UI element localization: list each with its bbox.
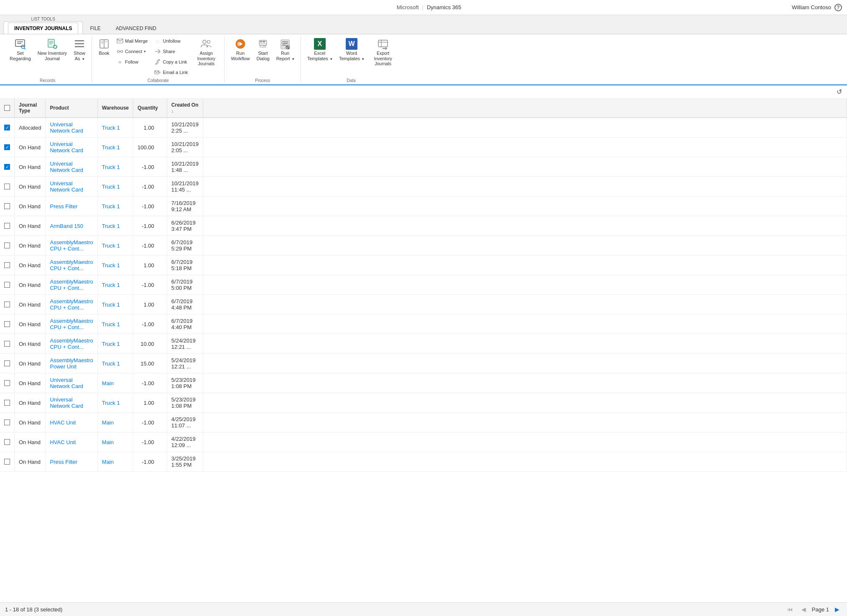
- cell-warehouse-9[interactable]: Truck 1: [97, 295, 133, 314]
- row-checkbox-cell-6[interactable]: [0, 236, 15, 256]
- product-link-11[interactable]: AssemblyMaestro CPU + Cont...: [50, 337, 93, 350]
- cell-warehouse-8[interactable]: Truck 1: [97, 275, 133, 295]
- unfollow-button[interactable]: ☆ Unfollow: [151, 36, 191, 46]
- row-checkbox-cell-4[interactable]: [0, 197, 15, 216]
- warehouse-link-3[interactable]: Truck 1: [102, 184, 120, 190]
- cell-warehouse-14[interactable]: Truck 1: [97, 393, 133, 413]
- product-link-6[interactable]: AssemblyMaestro CPU + Cont...: [50, 239, 93, 252]
- row-checkbox-3[interactable]: [4, 184, 10, 189]
- row-checkbox-cell-16[interactable]: [0, 432, 15, 452]
- cell-product-4[interactable]: Press Filter: [46, 197, 97, 216]
- warehouse-link-12[interactable]: Truck 1: [102, 360, 120, 367]
- email-a-link-button[interactable]: Email a Link: [151, 67, 191, 77]
- row-checkbox-cell-12[interactable]: [0, 354, 15, 373]
- product-link-16[interactable]: HVAC Unit: [50, 439, 76, 445]
- warehouse-link-16[interactable]: Main: [102, 439, 114, 445]
- cell-warehouse-11[interactable]: Truck 1: [97, 334, 133, 354]
- row-checkbox-cell-5[interactable]: [0, 216, 15, 236]
- header-warehouse[interactable]: Warehouse: [97, 99, 133, 118]
- tab-advanced-find[interactable]: ADVANCED FIND: [110, 23, 163, 34]
- row-checkbox-0[interactable]: ✓: [4, 125, 10, 130]
- warehouse-link-17[interactable]: Main: [102, 459, 114, 465]
- row-checkbox-cell-17[interactable]: [0, 452, 15, 472]
- cell-product-3[interactable]: Universal Network Card: [46, 177, 97, 197]
- set-regarding-button[interactable]: Set Regarding: [7, 36, 34, 64]
- cell-product-1[interactable]: Universal Network Card: [46, 138, 97, 157]
- row-checkbox-cell-13[interactable]: [0, 373, 15, 393]
- product-link-14[interactable]: Universal Network Card: [50, 396, 83, 409]
- cell-warehouse-0[interactable]: Truck 1: [97, 118, 133, 138]
- product-link-4[interactable]: Press Filter: [50, 203, 77, 210]
- row-checkbox-17[interactable]: [4, 459, 10, 465]
- warehouse-link-6[interactable]: Truck 1: [102, 243, 120, 249]
- row-checkbox-cell-11[interactable]: [0, 334, 15, 354]
- cell-product-13[interactable]: Universal Network Card: [46, 373, 97, 393]
- product-link-13[interactable]: Universal Network Card: [50, 377, 83, 389]
- cell-warehouse-5[interactable]: Truck 1: [97, 216, 133, 236]
- row-checkbox-5[interactable]: [4, 223, 10, 229]
- product-link-17[interactable]: Press Filter: [50, 459, 77, 465]
- cell-product-9[interactable]: AssemblyMaestro CPU + Cont...: [46, 295, 97, 314]
- cell-warehouse-4[interactable]: Truck 1: [97, 197, 133, 216]
- row-checkbox-cell-8[interactable]: [0, 275, 15, 295]
- first-page-button[interactable]: ⏮: [785, 605, 796, 613]
- row-checkbox-cell-7[interactable]: [0, 256, 15, 275]
- row-checkbox-cell-9[interactable]: [0, 295, 15, 314]
- prev-page-button[interactable]: ◀: [799, 605, 809, 613]
- cell-warehouse-12[interactable]: Truck 1: [97, 354, 133, 373]
- word-templates-button[interactable]: W WordTemplates ▾: [336, 36, 367, 64]
- product-link-5[interactable]: ArmBand 150: [50, 223, 83, 229]
- copy-a-link-button[interactable]: Copy a Link: [151, 57, 191, 67]
- row-checkbox-cell-15[interactable]: [0, 413, 15, 432]
- mail-merge-button[interactable]: Mail Merge: [114, 36, 151, 46]
- cell-product-7[interactable]: AssemblyMaestro CPU + Cont...: [46, 256, 97, 275]
- row-checkbox-1[interactable]: ✓: [4, 144, 10, 150]
- tab-inventory-journals[interactable]: INVENTORY JOURNALS: [8, 23, 78, 34]
- product-link-1[interactable]: Universal Network Card: [50, 141, 83, 153]
- product-link-7[interactable]: AssemblyMaestro CPU + Cont...: [50, 259, 93, 271]
- new-inventory-journal-button[interactable]: New Inventory Journal: [35, 36, 70, 64]
- cell-product-12[interactable]: AssemblyMaestro Power Unit: [46, 354, 97, 373]
- warehouse-link-11[interactable]: Truck 1: [102, 341, 120, 347]
- tab-file[interactable]: FILE: [84, 23, 107, 34]
- cell-warehouse-10[interactable]: Truck 1: [97, 314, 133, 334]
- excel-templates-button[interactable]: X ExcelTemplates ▾: [304, 36, 335, 64]
- product-link-2[interactable]: Universal Network Card: [50, 161, 83, 173]
- cell-product-17[interactable]: Press Filter: [46, 452, 97, 472]
- row-checkbox-16[interactable]: [4, 439, 10, 445]
- cell-product-8[interactable]: AssemblyMaestro CPU + Cont...: [46, 275, 97, 295]
- cell-warehouse-3[interactable]: Truck 1: [97, 177, 133, 197]
- header-created-on[interactable]: Created On: [167, 99, 203, 118]
- cell-product-5[interactable]: ArmBand 150: [46, 216, 97, 236]
- show-as-button[interactable]: ShowAs ▾: [71, 36, 88, 64]
- warehouse-link-14[interactable]: Truck 1: [102, 400, 120, 406]
- row-checkbox-12[interactable]: [4, 360, 10, 366]
- warehouse-link-4[interactable]: Truck 1: [102, 203, 120, 210]
- header-checkbox-cell[interactable]: [0, 99, 15, 118]
- cell-product-11[interactable]: AssemblyMaestro CPU + Cont...: [46, 334, 97, 354]
- user-name[interactable]: William Contoso: [792, 4, 831, 10]
- next-page-button[interactable]: ▶: [832, 605, 842, 613]
- cell-warehouse-17[interactable]: Main: [97, 452, 133, 472]
- product-link-9[interactable]: AssemblyMaestro CPU + Cont...: [50, 298, 93, 311]
- export-inventory-journals-button[interactable]: Export Inventory Journals: [368, 36, 398, 69]
- cell-product-2[interactable]: Universal Network Card: [46, 157, 97, 177]
- row-checkbox-cell-2[interactable]: ✓: [0, 157, 15, 177]
- warehouse-link-2[interactable]: Truck 1: [102, 164, 120, 170]
- row-checkbox-13[interactable]: [4, 380, 10, 386]
- row-checkbox-8[interactable]: [4, 282, 10, 288]
- row-checkbox-cell-14[interactable]: [0, 393, 15, 413]
- row-checkbox-6[interactable]: [4, 243, 10, 248]
- select-all-checkbox[interactable]: [4, 105, 10, 111]
- run-workflow-button[interactable]: Run Workflow: [228, 36, 253, 64]
- cell-product-16[interactable]: HVAC Unit: [46, 432, 97, 452]
- cell-warehouse-16[interactable]: Main: [97, 432, 133, 452]
- row-checkbox-2[interactable]: ✓: [4, 164, 10, 170]
- cell-warehouse-15[interactable]: Main: [97, 413, 133, 432]
- row-checkbox-11[interactable]: [4, 341, 10, 347]
- cell-product-14[interactable]: Universal Network Card: [46, 393, 97, 413]
- cell-product-10[interactable]: AssemblyMaestro CPU + Cont...: [46, 314, 97, 334]
- book-button[interactable]: Book: [95, 36, 113, 58]
- row-checkbox-cell-3[interactable]: [0, 177, 15, 197]
- run-report-button[interactable]: RunReport ▾: [273, 36, 297, 64]
